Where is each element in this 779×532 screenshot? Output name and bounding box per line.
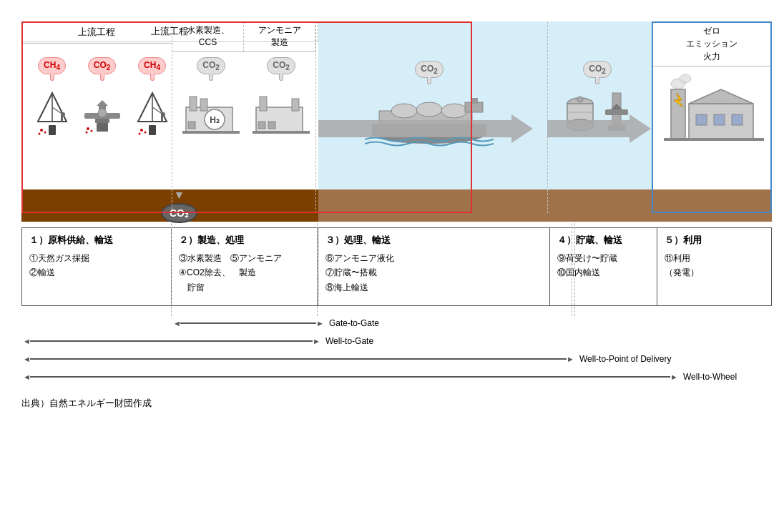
svg-rect-0	[49, 125, 56, 135]
vdivider-2	[315, 21, 316, 213]
box2-items: ③水素製造 ⑤アンモニア④CO2除去、 製造 貯留	[179, 251, 310, 295]
diagram-wrapper: 上流工程 上流工程 水素製造、CCS アンモニア製造 ゼロエミッション火力	[14, 14, 765, 417]
big-arrow-use	[547, 114, 651, 143]
box1-title: １）原料供給、輸送	[29, 234, 164, 247]
box3-title: ３）処理、輸送	[325, 234, 542, 247]
header-upstream-label: 上流工程	[21, 21, 172, 44]
svg-rect-6	[61, 114, 63, 122]
svg-marker-66	[689, 89, 753, 104]
svg-text:H₂: H₂	[210, 115, 220, 125]
svg-rect-41	[253, 131, 310, 134]
well-to-wheel-row: ◄ ► Well-to-Wheel	[23, 370, 770, 384]
svg-rect-34	[188, 122, 195, 129]
wtg-arrow-right: ►	[313, 337, 320, 345]
gate-to-gate-row: ◄ ► Gate-to-Gate	[23, 316, 770, 330]
svg-rect-40	[268, 122, 275, 129]
svg-rect-15	[97, 123, 108, 132]
svg-rect-68	[714, 114, 725, 125]
wtg-arrow-left: ◄	[23, 337, 30, 345]
co2-underground-label: CO₂	[161, 203, 197, 223]
svg-rect-69	[732, 114, 743, 125]
well-to-pod-label: Well-to-Point of Delivery	[579, 354, 671, 364]
co2-cloud-storage: CO2	[583, 61, 612, 78]
wtw-bar	[30, 376, 670, 378]
process-box-1: １）原料供給、輸送 ①天然ガス採掘②輸送	[21, 227, 172, 306]
svg-rect-38	[292, 99, 299, 111]
svg-rect-49	[465, 102, 483, 112]
cell-h2ccs: CO2 H₂	[179, 57, 243, 136]
process-box-2: ２）製造、処理 ③水素製造 ⑤アンモニア④CO2除去、 製造 貯留	[172, 227, 318, 306]
svg-point-17	[90, 130, 92, 132]
svg-rect-37	[260, 97, 267, 111]
big-arrow-transport	[318, 114, 533, 143]
svg-marker-51	[547, 114, 651, 143]
citation-text: 出典）自然エネルギー財団作成	[21, 397, 772, 410]
box1-items: ①天然ガス採掘②輸送	[29, 251, 164, 280]
well-to-pod-row: ◄ ► Well-to-Point of Delivery	[23, 352, 770, 366]
cell-upstream-2: CO2	[79, 57, 125, 136]
box4-items: ⑨荷受け〜貯蔵⑩国内輸送	[557, 251, 650, 280]
main-diagram: 上流工程 上流工程 水素製造、CCS アンモニア製造 ゼロエミッション火力	[21, 21, 772, 410]
box3-items: ⑥アンモニア液化⑦貯蔵〜搭載⑧海上輸送	[325, 251, 542, 295]
ammonia-factory-icon	[253, 86, 310, 136]
svg-point-27	[144, 132, 146, 134]
wtw-arrow-right: ►	[670, 373, 677, 381]
co2-cloud-ammonia: CO2	[267, 57, 295, 74]
svg-point-16	[87, 127, 89, 130]
svg-point-56	[577, 97, 583, 102]
cell-use	[658, 61, 769, 168]
process-box-4: ４）貯蔵、輸送 ⑨荷受け〜貯蔵⑩国内輸送	[550, 227, 657, 306]
co2-cloud-upstream: CO2	[88, 57, 117, 74]
oil-pump-icon-2	[131, 86, 174, 136]
svg-point-13	[98, 109, 107, 117]
box2-title: ２）製造、処理	[179, 234, 310, 247]
oil-pump-icon-1	[31, 86, 74, 136]
gate-arrow-left: ◄	[173, 319, 180, 327]
process-boxes-row: １）原料供給、輸送 ①天然ガス採掘②輸送 ２）製造、処理 ③水素製造 ⑤アンモニ…	[21, 227, 772, 306]
svg-point-8	[44, 132, 46, 134]
wtg-bar	[30, 340, 313, 342]
svg-rect-35	[182, 131, 240, 134]
svg-point-18	[85, 132, 87, 134]
process-box-5: ５）利用 ⑪利用（発電）	[657, 227, 772, 306]
wtpod-arrow-left: ◄	[23, 355, 30, 363]
well-to-gate-label: Well-to-Gate	[325, 336, 373, 346]
down-arrow: ▼	[174, 189, 185, 202]
well-to-wheel-label: Well-to-Wheel	[683, 372, 737, 382]
svg-rect-70	[664, 138, 764, 141]
header-use: ゼロエミッション火力	[652, 21, 772, 66]
box5-title: ５）利用	[665, 234, 764, 247]
header-h2-ammonia: 水素製造、CCS アンモニア製造	[172, 21, 315, 52]
gate-arrow-right: ►	[316, 319, 323, 327]
co2-underground-area: ▼ CO₂	[161, 189, 197, 223]
svg-rect-50	[471, 98, 478, 104]
co2-cloud-transport: CO2	[415, 61, 444, 78]
svg-rect-25	[161, 114, 163, 122]
power-plant-icon	[664, 61, 764, 168]
svg-point-26	[140, 129, 143, 132]
wtpod-arrow-right: ►	[567, 355, 574, 363]
cell-upstream-1: CH4	[29, 57, 75, 136]
upper-area: 上流工程 上流工程 水素製造、CCS アンモニア製造 ゼロエミッション火力	[21, 21, 772, 222]
cell-ammonia: CO2	[249, 57, 313, 136]
header-ammonia: アンモニア製造	[244, 21, 315, 52]
svg-marker-12	[97, 100, 108, 106]
co2-cloud-h2ccs: CO2	[197, 57, 225, 74]
well-to-gate-row: ◄ ► Well-to-Gate	[23, 334, 770, 348]
svg-point-64	[680, 74, 691, 83]
svg-rect-67	[696, 114, 707, 125]
process-box-3: ３）処理、輸送 ⑥アンモニア液化⑦貯蔵〜搭載⑧海上輸送	[318, 227, 550, 306]
box4-title: ４）貯蔵、輸送	[557, 234, 650, 247]
ch4-cloud-1: CH4	[38, 57, 66, 74]
scale-arrows-section: ◄ ► Gate-to-Gate ◄ ► Well-to-Gate ◄ ► We…	[21, 316, 772, 384]
svg-rect-31	[200, 99, 207, 111]
header-h2ccs: 水素製造、CCS	[172, 21, 244, 52]
svg-point-9	[38, 133, 40, 135]
svg-rect-39	[258, 122, 265, 129]
box5-items: ⑪利用（発電）	[665, 251, 764, 280]
gate-to-gate-label: Gate-to-Gate	[329, 318, 379, 328]
svg-point-7	[40, 129, 43, 132]
ground-strip: ▼ CO₂	[21, 189, 772, 222]
gate-bar	[180, 322, 316, 324]
svg-point-28	[138, 133, 140, 135]
